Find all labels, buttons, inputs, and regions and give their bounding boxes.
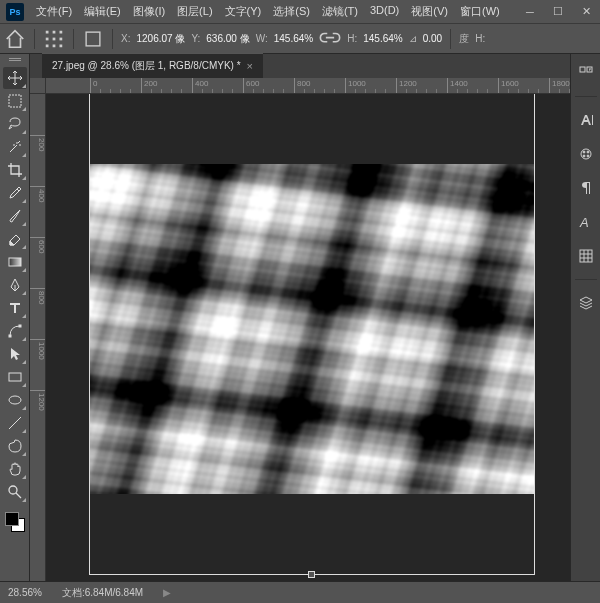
document-tab[interactable]: 27.jpeg @ 28.6% (图层 1, RGB/8/CMYK) * × <box>42 53 263 78</box>
marquee-tool[interactable] <box>3 90 27 112</box>
tool-panel <box>0 54 30 581</box>
y-label: Y: <box>191 33 200 44</box>
w-value[interactable]: 145.64% <box>274 33 313 44</box>
status-arrow-icon[interactable]: ▶ <box>163 587 171 598</box>
pen-tool[interactable] <box>3 274 27 296</box>
doc-info[interactable]: 文档:6.84M/6.84M <box>62 586 143 600</box>
svg-rect-14 <box>9 373 21 381</box>
layers-panel-icon[interactable] <box>575 292 597 314</box>
pointer-tool[interactable] <box>3 343 27 365</box>
svg-rect-4 <box>53 37 56 40</box>
lasso-tool[interactable] <box>3 113 27 135</box>
minimize-button[interactable]: ─ <box>516 0 544 24</box>
wand-tool[interactable] <box>3 136 27 158</box>
grid-panel-icon[interactable] <box>575 245 597 267</box>
history-panel-icon[interactable] <box>575 62 597 84</box>
panel-dock: A <box>570 54 600 581</box>
crop-tool[interactable] <box>3 159 27 181</box>
menu-filter[interactable]: 滤镜(T) <box>316 0 364 23</box>
svg-rect-1 <box>53 30 56 33</box>
ref-point-icon[interactable] <box>43 28 65 50</box>
menu-image[interactable]: 图像(I) <box>127 0 171 23</box>
ruler-vertical[interactable]: 020040060080010001200 <box>30 94 46 581</box>
status-bar: 28.56% 文档:6.84M/6.84M ▶ <box>0 581 600 603</box>
close-tab-icon[interactable]: × <box>247 60 253 72</box>
rect-tool[interactable] <box>3 366 27 388</box>
angle-label: ⊿ <box>409 33 417 44</box>
close-button[interactable]: ✕ <box>572 0 600 24</box>
zoom-level[interactable]: 28.56% <box>8 587 42 598</box>
type-tool[interactable] <box>3 297 27 319</box>
svg-rect-7 <box>53 44 56 47</box>
transform-handle-bottom[interactable] <box>308 571 315 578</box>
foreground-color-swatch[interactable] <box>5 512 19 526</box>
menu-layer[interactable]: 图层(L) <box>171 0 218 23</box>
app-logo: Ps <box>6 3 24 21</box>
svg-rect-9 <box>86 32 100 46</box>
svg-rect-0 <box>46 30 49 33</box>
gradient-tool[interactable] <box>3 251 27 273</box>
document-tabbar: 27.jpeg @ 28.6% (图层 1, RGB/8/CMYK) * × <box>30 54 570 78</box>
svg-rect-2 <box>60 30 63 33</box>
svg-point-23 <box>583 155 585 157</box>
svg-rect-3 <box>46 37 49 40</box>
svg-rect-12 <box>9 335 11 337</box>
home-icon[interactable] <box>4 28 26 50</box>
custom-shape-tool[interactable] <box>3 435 27 457</box>
color-swatches[interactable] <box>3 510 27 534</box>
svg-point-20 <box>581 149 591 159</box>
h-label: H: <box>347 33 357 44</box>
document-area: 27.jpeg @ 28.6% (图层 1, RGB/8/CMYK) * × 0… <box>30 54 570 581</box>
svg-point-21 <box>583 151 585 153</box>
toolbar-collapse-icon[interactable] <box>9 58 21 62</box>
menu-select[interactable]: 选择(S) <box>267 0 316 23</box>
svg-point-16 <box>9 486 17 494</box>
menu-view[interactable]: 视图(V) <box>405 0 454 23</box>
menu-window[interactable]: 窗口(W) <box>454 0 506 23</box>
svg-rect-8 <box>60 44 63 47</box>
main-area: 27.jpeg @ 28.6% (图层 1, RGB/8/CMYK) * × 0… <box>0 54 600 581</box>
path-tool[interactable] <box>3 320 27 342</box>
menu-3d[interactable]: 3D(D) <box>364 0 405 23</box>
move-tool[interactable] <box>3 67 27 89</box>
svg-rect-26 <box>580 250 592 262</box>
ruler-horizontal[interactable]: 020040060080010001200140016001800 <box>46 78 570 94</box>
menu-type[interactable]: 文字(Y) <box>219 0 268 23</box>
menu-edit[interactable]: 编辑(E) <box>78 0 127 23</box>
eraser-tool[interactable] <box>3 228 27 250</box>
link-icon[interactable] <box>319 28 341 50</box>
sample-icon[interactable] <box>82 28 104 50</box>
main-menu: 文件(F) 编辑(E) 图像(I) 图层(L) 文字(Y) 选择(S) 滤镜(T… <box>30 0 516 23</box>
ruler-origin[interactable] <box>30 78 46 94</box>
svg-rect-10 <box>9 95 21 107</box>
angle-value[interactable]: 0.00 <box>423 33 442 44</box>
x-value[interactable]: 1206.07 像 <box>136 32 185 46</box>
brush-tool[interactable] <box>3 205 27 227</box>
color-panel-icon[interactable] <box>575 143 597 165</box>
hand-tool[interactable] <box>3 458 27 480</box>
h2-label: H: <box>475 33 485 44</box>
canvas[interactable] <box>90 164 534 494</box>
menu-file[interactable]: 文件(F) <box>30 0 78 23</box>
titlebar: Ps 文件(F) 编辑(E) 图像(I) 图层(L) 文字(Y) 选择(S) 滤… <box>0 0 600 24</box>
svg-rect-13 <box>19 325 21 327</box>
canvas-stage[interactable] <box>46 94 570 581</box>
window-controls: ─ ☐ ✕ <box>516 0 600 24</box>
svg-point-24 <box>587 155 589 157</box>
canvas-viewport[interactable]: 020040060080010001200140016001800 020040… <box>30 78 570 581</box>
eyedropper-tool[interactable] <box>3 182 27 204</box>
canvas-image <box>90 164 534 494</box>
svg-point-22 <box>587 151 589 153</box>
deg-label: 度 <box>459 32 469 46</box>
zoom-tool[interactable] <box>3 481 27 503</box>
svg-point-15 <box>9 396 21 404</box>
maximize-button[interactable]: ☐ <box>544 0 572 24</box>
h-value[interactable]: 145.64% <box>363 33 402 44</box>
options-bar: X: 1206.07 像 Y: 636.00 像 W: 145.64% H: 1… <box>0 24 600 54</box>
char-panel-icon[interactable] <box>575 109 597 131</box>
y-value[interactable]: 636.00 像 <box>206 32 249 46</box>
glyph-panel-icon[interactable]: A <box>575 211 597 233</box>
line-tool[interactable] <box>3 412 27 434</box>
ellipse-tool[interactable] <box>3 389 27 411</box>
para-panel-icon[interactable] <box>575 177 597 199</box>
